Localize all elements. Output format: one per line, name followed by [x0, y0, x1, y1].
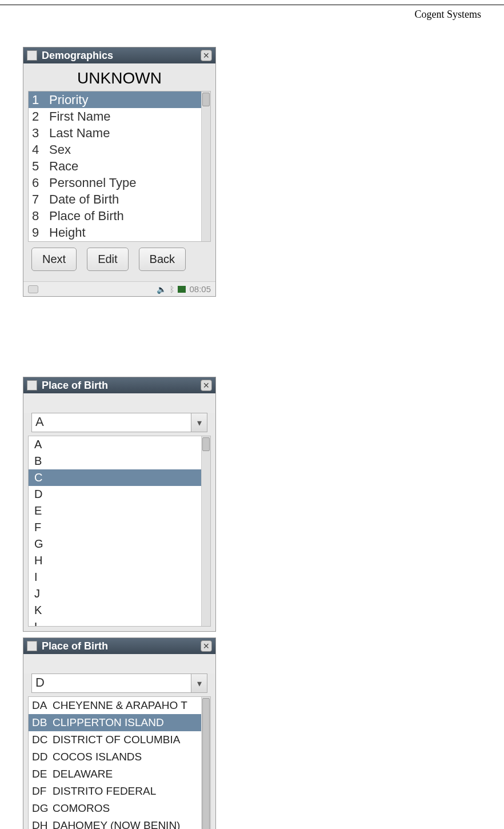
window-icon	[27, 380, 37, 390]
scrollbar[interactable]	[201, 91, 210, 241]
close-icon[interactable]: ✕	[201, 380, 212, 391]
list-item[interactable]: J	[29, 585, 210, 602]
list-item[interactable]: DBCLIPPERTON ISLAND	[29, 714, 210, 731]
list-item[interactable]: F	[29, 519, 210, 536]
list-item[interactable]: DDCOCOS ISLANDS	[29, 748, 210, 766]
demographics-list[interactable]: 1Priority2First Name3Last Name4Sex5Race6…	[28, 91, 211, 242]
list-item[interactable]: 1Priority	[29, 91, 210, 108]
item-label: DELAWARE	[53, 768, 113, 780]
network-icon	[178, 286, 186, 293]
header-company: Cogent Systems	[23, 5, 481, 24]
list-item[interactable]: 3Last Name	[29, 125, 210, 141]
combo-input[interactable]: D	[31, 673, 191, 693]
list-item[interactable]: DHDAHOMEY (NOW BENIN)	[29, 817, 210, 829]
list-item[interactable]: 6Personnel Type	[29, 174, 210, 191]
list-item[interactable]: 9Height	[29, 224, 210, 241]
item-code: DH	[32, 819, 53, 829]
window-titlebar: Place of Birth ✕	[23, 377, 215, 393]
pob-letters-window: Place of Birth ✕ A ▾ ABCDEFGHIJKL	[23, 377, 216, 632]
list-item[interactable]: DCDISTRICT OF COLUMBIA	[29, 731, 210, 748]
item-number: 5	[32, 159, 49, 174]
item-label: Sex	[49, 142, 71, 157]
item-code: DE	[32, 768, 53, 780]
item-number: 7	[32, 192, 49, 207]
list-item[interactable]: L	[29, 619, 210, 627]
screenshot-grid: Demographics ✕ UNKNOWN 1Priority2First N…	[23, 47, 481, 829]
letter-list[interactable]: ABCDEFGHIJKL	[28, 436, 211, 627]
item-label: Last Name	[49, 126, 110, 141]
item-code: DB	[32, 716, 53, 729]
item-label: Race	[49, 159, 78, 174]
item-label: Personnel Type	[49, 176, 136, 190]
window-icon	[27, 50, 37, 61]
item-label: Height	[49, 225, 86, 240]
status-left-icon	[28, 285, 38, 293]
item-number: 10	[32, 242, 49, 242]
place-list[interactable]: DACHEYENNE & ARAPAHO TDBCLIPPERTON ISLAN…	[28, 696, 211, 829]
item-label: DISTRICT OF COLUMBIA	[53, 734, 180, 746]
list-item[interactable]: DACHEYENNE & ARAPAHO T	[29, 697, 210, 714]
chevron-down-icon[interactable]: ▾	[191, 413, 207, 432]
window-title: Place of Birth	[42, 640, 108, 652]
list-item[interactable]: 5Race	[29, 158, 210, 174]
close-icon[interactable]: ✕	[201, 50, 212, 61]
list-item[interactable]: G	[29, 536, 210, 552]
item-code: DA	[32, 699, 53, 712]
demographics-window: Demographics ✕ UNKNOWN 1Priority2First N…	[23, 47, 216, 297]
list-item[interactable]: K	[29, 602, 210, 619]
list-item[interactable]: H	[29, 552, 210, 569]
close-icon[interactable]: ✕	[201, 640, 212, 652]
item-code: DF	[32, 785, 53, 798]
window-title: Place of Birth	[42, 380, 108, 392]
chevron-down-icon[interactable]: ▾	[191, 673, 207, 693]
list-item[interactable]: 2First Name	[29, 108, 210, 125]
scrollbar[interactable]	[201, 697, 210, 829]
list-item[interactable]: 8Place of Birth	[29, 208, 210, 224]
letter-combo[interactable]: D ▾	[31, 673, 207, 693]
item-number: 1	[32, 93, 49, 107]
letter-combo[interactable]: A ▾	[31, 413, 207, 432]
list-item[interactable]: 7Date of Birth	[29, 191, 210, 208]
volume-icon: 🔈	[157, 285, 166, 294]
list-item[interactable]: DFDISTRITO FEDERAL	[29, 783, 210, 800]
list-item[interactable]: I	[29, 569, 210, 585]
status-bar: 🔈 ᛒ 08:05	[23, 281, 215, 296]
bluetooth-icon: ᛒ	[170, 285, 174, 294]
item-code: DC	[32, 734, 53, 746]
item-label: Date of Birth	[49, 192, 119, 207]
item-label: CHEYENNE & ARAPAHO T	[53, 699, 187, 712]
list-item[interactable]: DGCOMOROS	[29, 800, 210, 817]
edit-button[interactable]: Edit	[87, 248, 128, 271]
item-label: DAHOMEY (NOW BENIN)	[53, 819, 180, 829]
list-item[interactable]: D	[29, 486, 210, 503]
item-label: COMOROS	[53, 802, 110, 815]
item-number: 2	[32, 109, 49, 124]
item-number: 8	[32, 209, 49, 224]
clock: 08:05	[189, 284, 211, 294]
window-title: Demographics	[42, 50, 113, 62]
list-item[interactable]: 4Sex	[29, 141, 210, 158]
list-item[interactable]: 10Weight	[29, 241, 210, 242]
list-item[interactable]: DEDELAWARE	[29, 766, 210, 783]
item-label: DISTRITO FEDERAL	[53, 785, 156, 798]
window-titlebar: Demographics ✕	[23, 47, 215, 63]
item-label: CLIPPERTON ISLAND	[53, 716, 164, 729]
back-button[interactable]: Back	[139, 248, 186, 271]
combo-input[interactable]: A	[31, 413, 191, 432]
item-number: 6	[32, 176, 49, 190]
list-item[interactable]: B	[29, 453, 210, 469]
item-code: DG	[32, 802, 53, 815]
window-icon	[27, 641, 37, 651]
list-item[interactable]: E	[29, 503, 210, 519]
next-button[interactable]: Next	[31, 248, 77, 271]
window-titlebar: Place of Birth ✕	[23, 638, 215, 654]
list-item[interactable]: C	[29, 469, 210, 486]
scrollbar[interactable]	[201, 436, 210, 626]
item-label: COCOS ISLANDS	[53, 751, 142, 763]
item-label: Priority	[49, 93, 88, 107]
item-number: 3	[32, 126, 49, 141]
list-item[interactable]: A	[29, 436, 210, 453]
item-code: DD	[32, 751, 53, 763]
unknown-label: UNKNOWN	[28, 69, 211, 87]
item-number: 9	[32, 225, 49, 240]
